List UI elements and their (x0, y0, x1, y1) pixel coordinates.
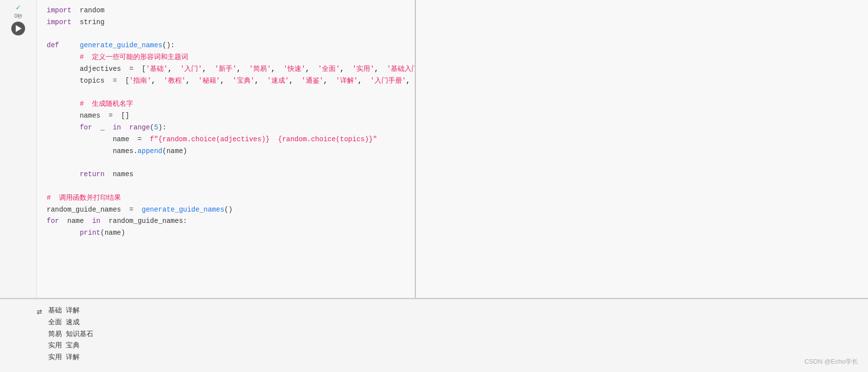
output-header: ⇄ 基础 详解 全面 速成 简易 知识基石 实用 宝典 实用 详解 (37, 305, 858, 364)
main-container: ✓ 0秒 import random import string def gen… (0, 0, 868, 372)
output-line-5: 实用 详解 (48, 352, 93, 364)
output-line-3: 简易 知识基石 (48, 329, 93, 341)
right-panel (416, 0, 868, 298)
left-gutter: ✓ 0秒 (0, 0, 37, 298)
output-section: ⇄ 基础 详解 全面 速成 简易 知识基石 实用 宝典 实用 详解 (0, 298, 868, 372)
run-button[interactable] (11, 22, 25, 35)
watermark: CSDN @Echo学长 (805, 357, 858, 366)
check-icon: ✓ (16, 4, 21, 12)
output-line-2: 全面 速成 (48, 317, 93, 329)
output-line-1: 基础 详解 (48, 305, 93, 317)
run-controls: ✓ 0秒 (11, 4, 25, 35)
play-icon (16, 25, 22, 32)
code-content: import random import string def generate… (47, 5, 405, 239)
editor-section: ✓ 0秒 import random import string def gen… (0, 0, 868, 298)
code-editor[interactable]: import random import string def generate… (37, 0, 416, 298)
output-icon: ⇄ (37, 306, 42, 317)
output-line-4: 实用 宝典 (48, 340, 93, 352)
output-lines: 基础 详解 全面 速成 简易 知识基石 实用 宝典 实用 详解 (48, 305, 93, 364)
timer-label: 0秒 (14, 13, 22, 20)
